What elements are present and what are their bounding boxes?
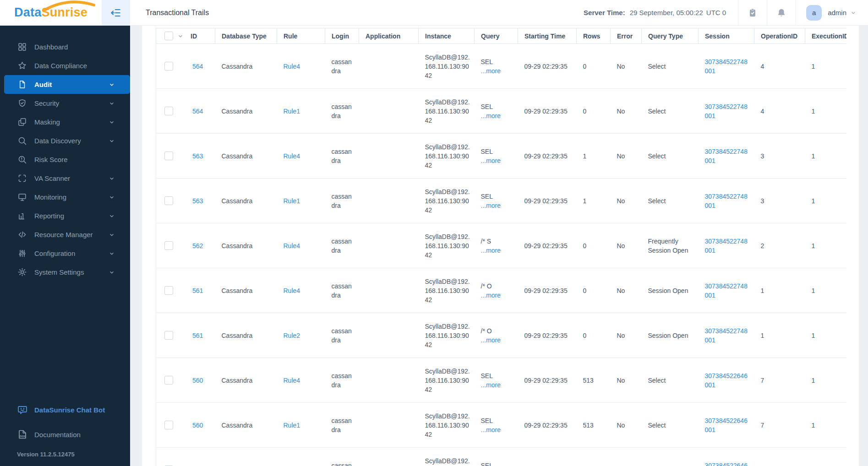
rule-link[interactable]: Rule4 [284,63,300,70]
query-more-link[interactable]: ...more [481,246,515,255]
id-link[interactable]: 563 [192,196,203,206]
column-header-instance[interactable]: Instance [419,28,475,44]
sidebar-item-monitoring[interactable]: Monitoring [0,188,130,206]
row-checkbox[interactable] [164,286,173,295]
sidebar-item-system-settings[interactable]: System Settings [0,263,130,282]
select-dropdown-chevron-icon[interactable] [178,33,183,39]
rule-link[interactable]: Rule4 [284,287,300,294]
row-checkbox[interactable] [164,421,173,429]
column-header-query[interactable]: Query [475,28,518,44]
collapse-sidebar-button[interactable] [102,0,130,25]
sidebar-item-va-scanner[interactable]: VA Scanner [0,169,130,188]
query-more-link[interactable]: ...more [481,66,515,76]
query-more-link[interactable]: ...more [481,336,515,345]
notifications-button[interactable] [767,0,796,25]
cell-operation-id: 7 [754,358,805,403]
session-link[interactable]: 307384522748001 [705,326,749,345]
session-link[interactable]: 307384522646001 [705,371,749,390]
column-header-session[interactable]: Session [699,28,754,44]
sidebar-item-label: Dashboard [34,43,68,51]
cell-execution-id: 1 [805,223,847,268]
cell-query: SEL...more [475,403,518,448]
column-header-query-type[interactable]: Query Type [642,28,699,44]
cell-starting-time: 09-29 02:29:35 [518,134,577,179]
query-more-link[interactable]: ...more [481,291,515,300]
sidebar-item-risk-score[interactable]: Risk Score [0,150,130,169]
session-link[interactable]: 307384522748001 [705,192,749,210]
column-header-starting-time[interactable]: Starting Time [518,28,577,44]
column-header-operationid[interactable]: OperationID [754,28,805,44]
column-header-application[interactable]: Application [359,28,419,44]
rule-link[interactable]: Rule1 [284,197,300,205]
cell-database-type: Cassandra [215,179,277,223]
cell-execution-id: 1 [805,134,847,179]
rule-link[interactable]: Rule1 [284,108,300,115]
id-link[interactable]: 561 [192,331,203,340]
dashboard-icon [17,42,27,52]
id-link[interactable]: 560 [192,421,203,430]
chat-bot-button[interactable]: DataSunrise Chat Bot [17,404,121,415]
sidebar-item-security[interactable]: Security [0,94,130,113]
session-link[interactable]: 307384522646001 [705,461,749,466]
query-more-link[interactable]: ...more [481,425,515,434]
column-header-error[interactable]: Error [611,28,642,44]
cell-database-type [215,448,277,466]
row-checkbox[interactable] [164,196,173,205]
row-checkbox[interactable] [164,152,173,160]
column-header-login[interactable]: Login [325,28,359,44]
row-checkbox[interactable] [164,376,173,385]
row-checkbox[interactable] [164,107,173,115]
clipboard-check-icon [748,8,758,18]
sidebar-item-data-discovery[interactable]: Data Discovery [0,131,130,150]
rule-link[interactable]: Rule2 [284,332,300,339]
cell-query: /* O...more [475,313,518,358]
cell-query: SEL...more [475,448,518,466]
query-more-link[interactable]: ...more [481,201,515,210]
column-header-executionid[interactable]: ExecutionID [805,28,847,44]
column-header-rows[interactable]: Rows [577,28,611,44]
column-header-id[interactable]: ID [156,28,215,44]
user-menu[interactable]: a admin [796,0,868,25]
rule-link[interactable]: Rule4 [284,242,300,249]
sidebar-item-masking[interactable]: Masking [0,113,130,131]
session-link[interactable]: 307384522646001 [705,416,749,434]
id-link[interactable]: 562 [192,241,203,250]
id-link[interactable]: 564 [192,107,203,116]
column-header-database-type[interactable]: Database Type [215,28,277,44]
sidebar-item-audit[interactable]: Audit [4,75,130,94]
id-link[interactable]: 560 [192,376,203,385]
select-all-checkbox[interactable] [164,32,173,40]
cell-operation-id: 4 [754,44,805,89]
cell-error [611,448,642,466]
chat-bot-label: DataSunrise Chat Bot [34,406,105,414]
page-title: Transactional Trails [146,9,209,17]
session-link[interactable]: 307384522748001 [705,147,749,165]
cell-operation-id: 7 [754,403,805,448]
session-link[interactable]: 307384522748001 [705,237,749,255]
tasks-button[interactable] [738,0,767,25]
id-link[interactable]: 563 [192,152,203,161]
row-checkbox[interactable] [164,331,173,340]
id-link[interactable]: 561 [192,286,203,295]
session-link[interactable]: 307384522748001 [705,102,749,120]
sidebar-item-dashboard[interactable]: Dashboard [0,38,130,56]
sidebar-item-configuration[interactable]: Configuration [0,244,130,263]
rule-link[interactable]: Rule4 [284,377,300,384]
session-link[interactable]: 307384522748001 [705,57,749,76]
rule-link[interactable]: Rule1 [284,422,300,429]
query-more-link[interactable]: ...more [481,156,515,165]
row-checkbox[interactable] [164,241,173,250]
query-more-link[interactable]: ...more [481,380,515,390]
column-header-rule[interactable]: Rule [277,28,325,44]
id-link[interactable]: 564 [192,62,203,71]
sidebar-item-data-compliance[interactable]: Data Compliance [0,56,130,75]
row-checkbox[interactable] [164,62,173,70]
sidebar-item-resource-manager[interactable]: Resource Manager [0,225,130,244]
sidebar-item-reporting[interactable]: Reporting [0,206,130,225]
session-link[interactable]: 307384522748001 [705,282,749,300]
logo[interactable]: DataSunrise [0,0,102,25]
sidebar-nav: DashboardData ComplianceAuditSecurityMas… [0,26,130,282]
documentation-link[interactable]: DOC Documentation [17,429,121,440]
query-more-link[interactable]: ...more [481,111,515,120]
rule-link[interactable]: Rule4 [284,152,300,160]
